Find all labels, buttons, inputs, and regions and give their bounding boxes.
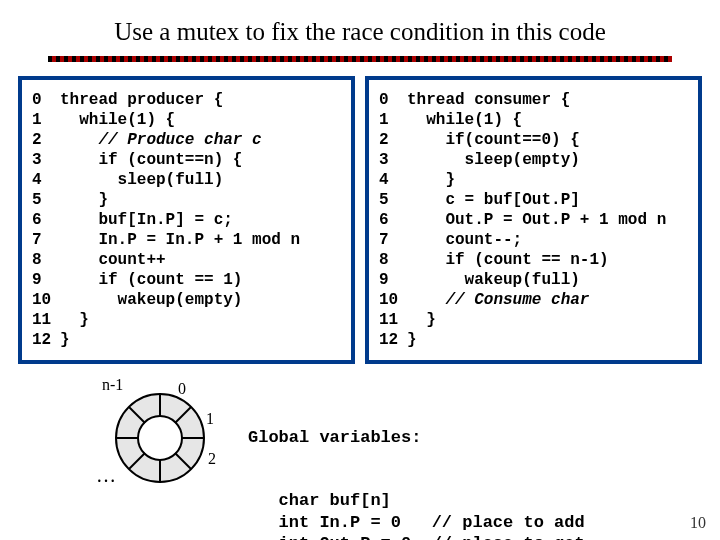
globals-header: Global variables: bbox=[248, 427, 585, 448]
title-underline bbox=[48, 56, 672, 62]
page-number: 10 bbox=[690, 514, 706, 532]
consumer-codebox: 0thread consumer { 1 while(1) { 2 if(cou… bbox=[365, 76, 702, 364]
producer-code: 0thread producer { 1 while(1) { 2 // Pro… bbox=[32, 90, 341, 350]
producer-codebox: 0thread producer { 1 while(1) { 2 // Pro… bbox=[18, 76, 355, 364]
bottom-row: n-1 0 1 2 … Global variables: char buf[n… bbox=[0, 364, 720, 540]
code-row: 0thread producer { 1 while(1) { 2 // Pro… bbox=[0, 76, 720, 364]
ring-buffer-diagram: n-1 0 1 2 … bbox=[90, 378, 230, 508]
ring-label-1: 1 bbox=[206, 410, 214, 428]
ring-label-n-1: n-1 bbox=[102, 376, 123, 394]
slide-title: Use a mutex to fix the race condition in… bbox=[0, 0, 720, 52]
ring-ellipsis: … bbox=[96, 464, 116, 487]
globals-block: Global variables: char buf[n] int In.P =… bbox=[248, 378, 585, 540]
ring-label-2: 2 bbox=[208, 450, 216, 468]
ring-label-0: 0 bbox=[178, 380, 186, 398]
consumer-code: 0thread consumer { 1 while(1) { 2 if(cou… bbox=[379, 90, 688, 350]
globals-body: char buf[n] int In.P = 0 // place to add… bbox=[248, 490, 585, 540]
